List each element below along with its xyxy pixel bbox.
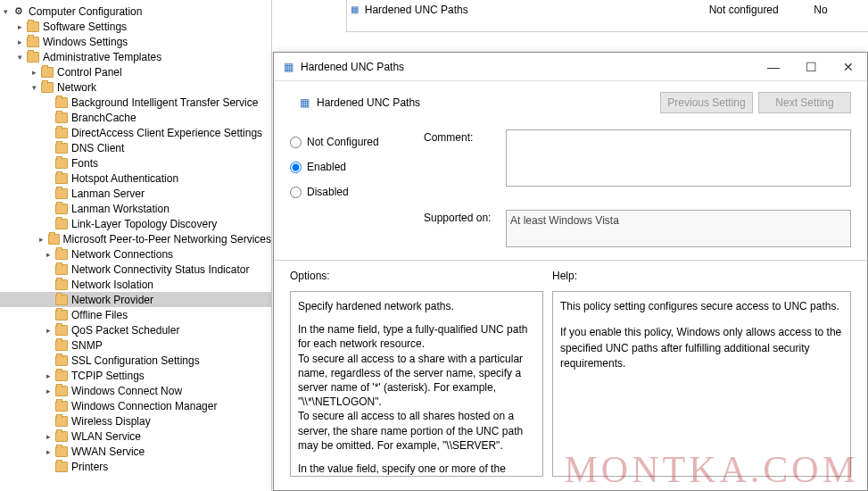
previous-setting-button[interactable]: Previous Setting (660, 92, 753, 113)
folder-icon (27, 52, 39, 62)
tree-label: TCPIP Settings (71, 370, 145, 382)
tree-item-controlpanel[interactable]: ▸ Control Panel (0, 64, 271, 79)
expander-icon[interactable] (43, 279, 54, 290)
tree-item[interactable]: ▸Windows Connect Now (0, 383, 271, 398)
comment-label: Comment: (424, 129, 506, 187)
tree-item[interactable]: ▸WWAN Service (0, 444, 271, 459)
expander-icon[interactable] (43, 355, 54, 366)
next-setting-button[interactable]: Next Setting (758, 92, 851, 113)
tree-item[interactable]: ▸Microsoft Peer-to-Peer Networking Servi… (0, 231, 271, 246)
expander-icon[interactable] (43, 416, 54, 427)
titlebar[interactable]: ▦ Hardened UNC Paths — ☐ ✕ (274, 53, 867, 81)
help-header: Help: (552, 270, 851, 282)
policy-icon: ▦ (297, 96, 311, 110)
tree-item-admintemplates[interactable]: ▾ Administrative Templates (0, 49, 271, 64)
expander-icon[interactable] (43, 97, 54, 108)
tree-item[interactable]: SSL Configuration Settings (0, 353, 271, 368)
expander-icon[interactable]: ▾ (14, 52, 25, 62)
tree-item[interactable]: Network Provider (0, 292, 271, 307)
expander-icon[interactable]: ▸ (43, 249, 54, 260)
tree-label: Offline Files (71, 309, 128, 321)
expander-icon[interactable]: ▾ (29, 82, 39, 93)
expander-icon[interactable] (43, 295, 54, 305)
tree-item[interactable]: Fonts (0, 155, 271, 171)
folder-icon (55, 416, 68, 427)
expander-icon[interactable]: ▸ (43, 386, 54, 396)
expander-icon[interactable] (43, 340, 54, 351)
tree-item[interactable]: Hotspot Authentication (0, 171, 271, 186)
state-radios: Not Configured Enabled Disabled (290, 129, 424, 204)
close-button[interactable]: ✕ (830, 53, 867, 81)
folder-icon (55, 401, 68, 412)
expander-icon[interactable]: ▸ (43, 325, 54, 336)
comment-input[interactable] (506, 129, 851, 187)
tree-label: Printers (71, 461, 108, 473)
tree-item[interactable]: DirectAccess Client Experience Settings (0, 125, 271, 140)
expander-icon[interactable] (43, 158, 54, 169)
folder-icon (55, 370, 68, 381)
tree-item[interactable]: ▸Network Connections (0, 246, 271, 262)
tree-item[interactable]: BranchCache (0, 110, 271, 125)
tree-item[interactable]: Wireless Display (0, 413, 271, 429)
expander-icon[interactable] (43, 188, 54, 199)
expander-icon[interactable]: ▸ (37, 234, 46, 245)
expander-icon[interactable] (43, 173, 54, 184)
tree-label: Lanman Server (71, 187, 145, 200)
policy-list: ▦ Hardened UNC Paths Not configured No (346, 0, 868, 32)
tree-item[interactable]: Printers (0, 459, 271, 474)
radio-enabled[interactable]: Enabled (290, 154, 424, 179)
expander-icon[interactable] (43, 204, 54, 214)
expander-icon[interactable] (43, 310, 54, 320)
help-pane[interactable]: This policy setting configures secure ac… (552, 291, 851, 477)
expander-icon[interactable]: ▸ (43, 431, 54, 442)
expander-icon[interactable] (43, 128, 54, 138)
tree-item[interactable]: SNMP (0, 337, 271, 353)
folder-icon (27, 37, 39, 47)
tree-label: DNS Client (71, 142, 124, 154)
tree-item[interactable]: Network Isolation (0, 277, 271, 292)
folder-icon (55, 143, 68, 154)
tree-item-software[interactable]: ▸ Software Settings (0, 19, 271, 34)
supported-label: Supported on: (424, 210, 506, 247)
expander-icon[interactable]: ▸ (14, 21, 25, 32)
expander-icon[interactable] (43, 112, 54, 123)
expander-icon[interactable] (43, 264, 54, 275)
tree-item[interactable]: Lanman Server (0, 186, 271, 201)
tree-item[interactable]: Windows Connection Manager (0, 398, 271, 413)
tree-item[interactable]: Network Connectivity Status Indicator (0, 262, 271, 277)
tree-root[interactable]: ▾ ⚙ Computer Configuration (0, 4, 271, 19)
minimize-button[interactable]: — (755, 53, 792, 81)
tree-item[interactable]: ▸TCPIP Settings (0, 368, 271, 383)
expander-icon[interactable]: ▸ (43, 446, 54, 457)
dialog-icon: ▦ (281, 60, 295, 74)
radio-not-configured[interactable]: Not Configured (290, 129, 424, 154)
radio-disabled[interactable]: Disabled (290, 179, 424, 204)
expander-icon[interactable]: ▸ (14, 37, 25, 47)
tree-item[interactable]: Link-Layer Topology Discovery (0, 216, 271, 231)
expander-icon[interactable]: ▸ (29, 67, 39, 78)
policy-comment: No (814, 4, 866, 16)
tree-label: DirectAccess Client Experience Settings (71, 127, 262, 139)
maximize-button[interactable]: ☐ (792, 53, 830, 81)
list-row[interactable]: ▦ Hardened UNC Paths Not configured No (349, 2, 866, 17)
expander-icon[interactable] (43, 401, 54, 412)
tree-item[interactable]: DNS Client (0, 140, 271, 155)
tree-item[interactable]: Background Intelligent Transfer Service (0, 95, 271, 110)
expander-icon[interactable] (43, 219, 54, 229)
tree-item[interactable]: Lanman Workstation (0, 201, 271, 216)
tree-item[interactable]: ▸WLAN Service (0, 429, 271, 444)
folder-icon (55, 355, 68, 366)
tree-item[interactable]: Offline Files (0, 307, 271, 322)
tree-item[interactable]: ▸QoS Packet Scheduler (0, 322, 271, 337)
folder-icon (55, 173, 68, 184)
tree-item-network[interactable]: ▾ Network (0, 79, 271, 95)
expander-icon[interactable] (43, 143, 54, 154)
options-pane[interactable]: Specify hardened network paths. In the n… (290, 291, 543, 477)
expander-icon[interactable] (43, 462, 54, 472)
tree-label: Network Provider (71, 294, 153, 306)
tree-label: Background Intelligent Transfer Service (71, 96, 258, 109)
folder-icon (41, 67, 54, 78)
expander-icon[interactable]: ▾ (0, 6, 11, 17)
expander-icon[interactable]: ▸ (43, 370, 54, 381)
tree-item-windows[interactable]: ▸ Windows Settings (0, 34, 271, 49)
